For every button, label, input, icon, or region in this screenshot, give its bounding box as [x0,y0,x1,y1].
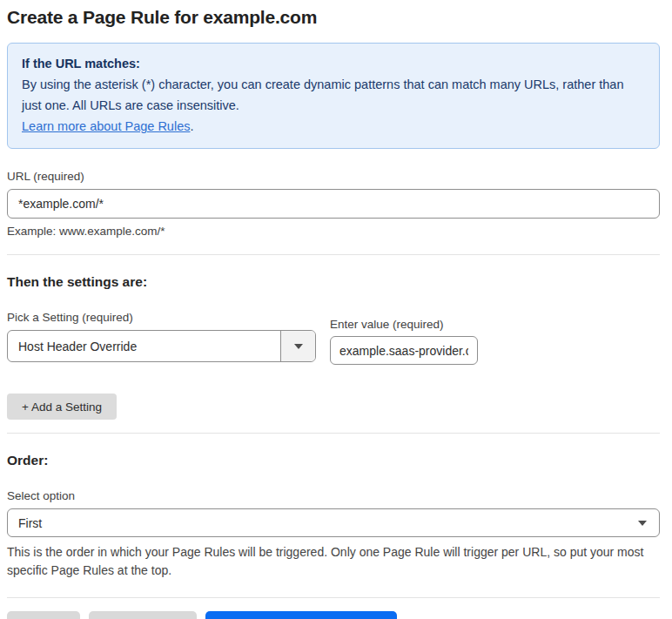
settings-section-heading: Then the settings are: [7,274,660,290]
save-as-draft-button[interactable]: Save as Draft [89,611,198,619]
url-label: URL (required) [7,170,660,183]
setting-row: Pick a Setting (required) Host Header Ov… [7,311,660,365]
url-input[interactable] [7,189,660,219]
divider [7,254,660,255]
divider [7,597,660,598]
save-and-deploy-button[interactable]: Save and Deploy Page Rule [205,611,397,619]
footer-button-row: Cancel Save as Draft Save and Deploy Pag… [7,611,660,619]
enter-value-column: Enter value (required) [330,318,478,365]
enter-value-label: Enter value (required) [330,318,478,331]
info-box-body: By using the asterisk (*) character, you… [22,74,642,116]
chevron-down-icon [294,344,303,349]
add-setting-button[interactable]: + Add a Setting [7,394,117,420]
setting-value-input[interactable] [330,336,478,365]
order-helper-text: This is the order in which your Page Rul… [7,543,655,580]
cancel-button[interactable]: Cancel [7,611,80,619]
url-match-info-box: If the URL matches: By using the asteris… [7,43,660,149]
url-helper-text: Example: www.example.com/* [7,225,660,238]
order-select[interactable]: First [7,508,660,537]
order-section-heading: Order: [7,453,660,468]
info-box-heading: If the URL matches: [22,53,645,74]
link-suffix: . [190,119,193,133]
divider [7,433,660,434]
info-box-link-line: Learn more about Page Rules. [22,116,645,137]
learn-more-link[interactable]: Learn more about Page Rules [22,119,190,133]
pick-setting-label: Pick a Setting (required) [7,311,316,324]
page-rule-form: Create a Page Rule for example.com If th… [0,0,669,619]
setting-select-arrow-button[interactable] [280,331,315,361]
setting-select-value: Host Header Override [8,331,280,361]
pick-setting-column: Pick a Setting (required) Host Header Ov… [7,311,316,362]
order-select-value: First [18,516,42,530]
chevron-down-icon [638,521,647,526]
setting-select[interactable]: Host Header Override [7,330,316,362]
order-select-label: Select option [7,489,660,502]
page-title: Create a Page Rule for example.com [7,7,660,28]
